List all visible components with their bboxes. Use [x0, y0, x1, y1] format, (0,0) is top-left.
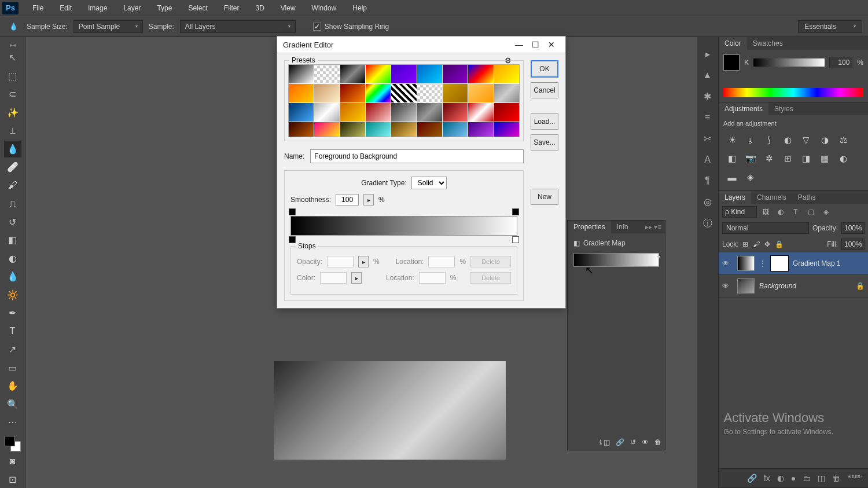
filter-smart-icon[interactable]: ◈: [819, 206, 832, 218]
delete-layer-icon[interactable]: 🗑: [832, 474, 840, 483]
gear-icon[interactable]: ⚙: [505, 56, 512, 65]
menu-file[interactable]: File: [24, 4, 52, 12]
lock-image-icon[interactable]: 🖌: [753, 240, 760, 248]
pen-tool[interactable]: ✒: [4, 304, 21, 322]
lock-position-icon[interactable]: ✥: [764, 240, 770, 248]
new-fill-icon[interactable]: ●: [791, 474, 796, 483]
menu-edit[interactable]: Edit: [52, 4, 80, 12]
trash-icon[interactable]: 🗑: [654, 438, 661, 446]
delete-color-stop-button[interactable]: Delete: [470, 272, 511, 284]
histogram-icon[interactable]: ▲: [703, 70, 712, 80]
filter-image-icon[interactable]: 🖼: [759, 206, 772, 218]
stops-color-swatch[interactable]: [320, 272, 347, 284]
posterize-icon[interactable]: ▦: [818, 152, 831, 165]
layer-style-icon[interactable]: fx: [764, 474, 770, 483]
hue-icon[interactable]: ◑: [818, 134, 831, 146]
lasso-tool[interactable]: ⊂: [4, 86, 21, 103]
preset-swatch[interactable]: [443, 122, 468, 137]
healing-brush-tool[interactable]: 🩹: [4, 159, 21, 176]
preset-swatch[interactable]: [289, 84, 314, 102]
info-icon[interactable]: ⓘ: [703, 218, 712, 230]
workspace-select[interactable]: Essentials▾: [798, 20, 862, 33]
opacity-input[interactable]: [841, 222, 865, 234]
preset-swatch[interactable]: [468, 122, 493, 137]
brightness-icon[interactable]: ☀: [726, 134, 738, 146]
maximize-icon[interactable]: ☐: [527, 40, 543, 49]
spectrum-picker[interactable]: [723, 88, 863, 97]
visibility-icon[interactable]: 👁: [722, 259, 733, 267]
sample-size-select[interactable]: Point Sample▾: [73, 20, 143, 33]
smoothness-input[interactable]: [336, 194, 359, 206]
actions-icon[interactable]: ✱: [704, 91, 711, 102]
color-picker-button[interactable]: ▸: [351, 272, 362, 284]
preset-swatch[interactable]: [366, 122, 391, 137]
blend-mode-select[interactable]: Normal: [722, 222, 809, 234]
preset-swatch[interactable]: [314, 103, 339, 122]
add-mask-icon[interactable]: ◐: [777, 474, 784, 483]
rectangle-tool[interactable]: ▭: [4, 359, 21, 377]
k-value-input[interactable]: [829, 57, 852, 68]
hand-tool[interactable]: ✋: [4, 377, 21, 395]
tool-presets-icon[interactable]: ✂: [704, 133, 711, 144]
selective-color-icon[interactable]: ◈: [744, 171, 757, 184]
layer-kind-select[interactable]: ρ Kind: [722, 206, 757, 218]
preset-swatch[interactable]: [443, 103, 468, 122]
visibility-icon[interactable]: 👁: [722, 282, 733, 290]
link-mask-icon[interactable]: 🔗: [616, 438, 624, 446]
reset-icon[interactable]: ↺: [630, 438, 636, 446]
type-tool[interactable]: T: [4, 323, 21, 340]
curves-icon[interactable]: ⟆: [763, 134, 775, 146]
opacity-stop-right[interactable]: [512, 208, 519, 215]
preset-swatch[interactable]: [366, 65, 391, 83]
menu-window[interactable]: Window: [304, 4, 345, 12]
color-lookup-icon[interactable]: ⊞: [781, 152, 794, 165]
preset-swatch[interactable]: [314, 84, 339, 102]
preset-swatch[interactable]: [391, 65, 416, 83]
filter-shape-icon[interactable]: ▢: [804, 206, 817, 218]
magic-wand-tool[interactable]: ✨: [4, 104, 21, 122]
tab-info[interactable]: Info: [611, 221, 634, 233]
screen-mode-tool[interactable]: ⊡: [4, 471, 21, 488]
color-stop-right[interactable]: [512, 236, 519, 243]
vibrance-icon[interactable]: ▽: [800, 134, 812, 146]
preset-swatch[interactable]: [340, 84, 365, 102]
threshold-icon[interactable]: ◐: [837, 152, 849, 165]
opacity-stop-left[interactable]: [289, 208, 296, 215]
show-sampling-ring-checkbox[interactable]: ✓Show Sampling Ring: [313, 23, 389, 31]
menu-view[interactable]: View: [273, 4, 304, 12]
preset-swatch[interactable]: [494, 65, 519, 83]
measurement-icon[interactable]: ◎: [704, 196, 712, 207]
more-tool[interactable]: ⋯: [4, 414, 21, 431]
link-layers-icon[interactable]: 🔗: [747, 474, 757, 483]
opacity-stepper[interactable]: ▸: [358, 256, 369, 267]
exposure-icon[interactable]: ◐: [781, 134, 794, 146]
preset-swatch[interactable]: [366, 84, 391, 102]
document-canvas[interactable]: [274, 361, 506, 460]
close-icon[interactable]: ✕: [543, 40, 560, 49]
k-slider[interactable]: [753, 58, 825, 67]
stops-opacity-input[interactable]: [327, 256, 354, 267]
preset-swatch[interactable]: [468, 65, 493, 83]
preset-swatch[interactable]: [340, 122, 365, 137]
save-button[interactable]: Save...: [531, 134, 558, 151]
delete-opacity-stop-button[interactable]: Delete: [470, 256, 511, 267]
stops-color-location-input[interactable]: [419, 272, 446, 284]
zoom-tool[interactable]: 🔍: [4, 396, 21, 413]
visibility-icon[interactable]: 👁: [642, 438, 649, 446]
character-icon[interactable]: A: [704, 155, 711, 165]
paragraph-icon[interactable]: ¶: [705, 175, 710, 186]
gradient-map-icon[interactable]: ▬: [726, 171, 738, 184]
tab-paths[interactable]: Paths: [792, 191, 822, 204]
layer-item-background[interactable]: 👁 Background 🔒: [719, 275, 868, 298]
preset-swatch[interactable]: [494, 103, 519, 122]
cancel-button[interactable]: Cancel: [531, 82, 558, 98]
tab-swatches[interactable]: Swatches: [747, 37, 789, 50]
color-balance-icon[interactable]: ⚖: [837, 134, 849, 146]
new-group-icon[interactable]: 🗀: [803, 474, 811, 483]
new-button[interactable]: New: [531, 189, 558, 205]
brush-presets-icon[interactable]: ≡: [705, 112, 710, 123]
preset-swatch[interactable]: [417, 84, 442, 102]
photo-filter-icon[interactable]: 📷: [744, 152, 757, 165]
color-stop-left[interactable]: [289, 236, 296, 243]
bw-icon[interactable]: ◧: [726, 152, 738, 165]
